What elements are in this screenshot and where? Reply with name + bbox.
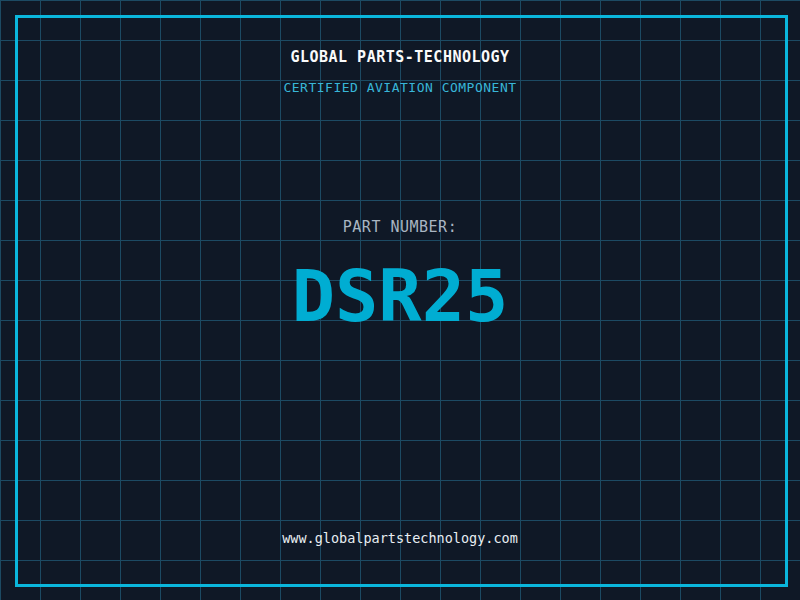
company-title: GLOBAL PARTS-TECHNOLOGY bbox=[0, 50, 800, 65]
part-number-label: PART NUMBER: bbox=[0, 220, 800, 235]
certification-subtitle: CERTIFIED AVIATION COMPONENT bbox=[0, 81, 800, 95]
website-url: www.globalpartstechnology.com bbox=[0, 531, 800, 545]
part-number-value: DSR25 bbox=[0, 260, 800, 332]
